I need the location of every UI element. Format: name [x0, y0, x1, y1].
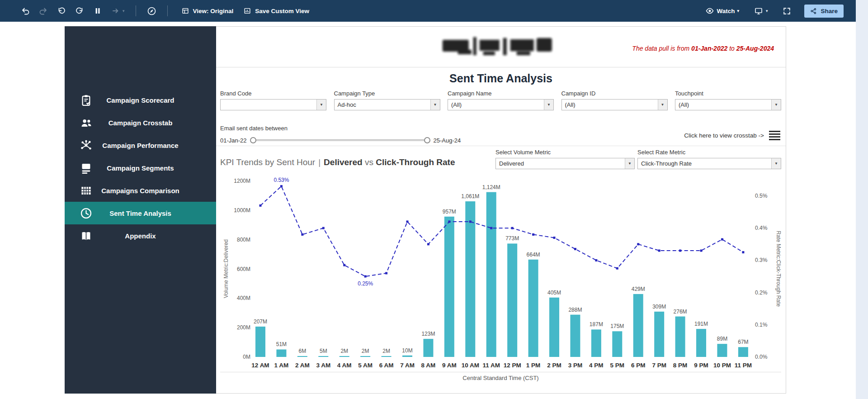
ctr-point[interactable] — [511, 227, 514, 229]
share-button[interactable]: Share — [804, 5, 844, 18]
delivered-bar[interactable] — [382, 356, 392, 357]
volume-metric-select[interactable]: Delivered ▼ — [495, 158, 635, 169]
ctr-point[interactable] — [595, 259, 597, 261]
ctr-point[interactable] — [553, 237, 556, 239]
delivered-bar[interactable] — [675, 317, 685, 357]
ctr-point[interactable] — [427, 243, 429, 245]
svg-text:10 PM: 10 PM — [713, 362, 731, 369]
revert-button[interactable] — [55, 5, 68, 17]
refresh-button[interactable] — [73, 5, 86, 17]
svg-text:187M: 187M — [590, 321, 603, 328]
delivered-bar[interactable] — [318, 356, 328, 357]
ctr-point[interactable] — [700, 250, 703, 252]
delivered-bar[interactable] — [340, 356, 349, 357]
ctr-point[interactable] — [322, 227, 325, 229]
delivered-bar[interactable] — [549, 298, 559, 357]
ctr-point[interactable] — [637, 243, 639, 245]
caret-down-icon[interactable]: ▼ — [625, 158, 634, 169]
delivered-bar[interactable] — [423, 339, 433, 357]
ctr-point[interactable] — [385, 272, 387, 274]
ctr-point[interactable] — [532, 233, 534, 236]
filter-dropdown[interactable]: (All)▼ — [675, 99, 781, 110]
scorecard-icon — [80, 94, 92, 106]
ctr-point[interactable] — [280, 185, 283, 187]
ctr-point[interactable] — [658, 250, 660, 252]
delivered-bar[interactable] — [444, 217, 454, 357]
filter-dropdown[interactable]: ▼ — [220, 99, 326, 110]
kpi-combo-chart[interactable]: 0M200M400M600M800M1000M1200MVolume Metri… — [216, 173, 786, 372]
grid-icon — [80, 185, 92, 197]
delivered-bar[interactable] — [717, 344, 727, 357]
sidebar-item-appendix[interactable]: Appendix — [65, 224, 216, 247]
delivered-bar[interactable] — [297, 356, 307, 357]
view-original-button[interactable]: View: Original — [181, 7, 234, 15]
delivered-bar[interactable] — [402, 356, 412, 357]
sidebar-item-campaign-segments[interactable]: Campaign Segments — [65, 157, 216, 179]
ctr-point[interactable] — [469, 220, 472, 223]
ctr-point[interactable] — [364, 276, 367, 278]
delivered-bar[interactable] — [528, 260, 538, 357]
caret-down-icon[interactable]: ▼ — [544, 100, 553, 110]
ctr-point[interactable] — [343, 264, 345, 266]
sidebar-item-campaigns-comparison[interactable]: Campaigns Comparison — [65, 179, 216, 202]
caret-down-icon[interactable]: ▼ — [771, 100, 781, 110]
delivered-bar[interactable] — [612, 331, 622, 357]
redo-button[interactable] — [37, 5, 50, 17]
forward-button[interactable]: ▾ — [109, 5, 127, 17]
ctr-point[interactable] — [490, 227, 492, 229]
slider-handle-end[interactable] — [424, 137, 430, 143]
sidebar-item-campaign-crosstab[interactable]: Campaign Crosstab — [65, 111, 216, 134]
delivered-bar[interactable] — [738, 347, 748, 357]
ctr-point[interactable] — [742, 251, 744, 253]
caret-down-icon[interactable]: ▼ — [771, 158, 781, 169]
ctr-point[interactable] — [301, 233, 303, 236]
delivered-bar[interactable] — [570, 315, 580, 357]
slider-track[interactable] — [252, 139, 429, 141]
undo-button[interactable] — [19, 5, 32, 17]
rate-metric-select[interactable]: Click-Through Rate ▼ — [637, 158, 781, 169]
filter-dropdown[interactable]: Ad-hoc▼ — [334, 99, 440, 110]
save-custom-view-button[interactable]: Save Custom View — [243, 7, 309, 15]
sidebar-item-sent-time-analysis[interactable]: Sent Time Analysis — [65, 202, 216, 224]
eye-icon — [705, 6, 714, 15]
ctr-point[interactable] — [259, 204, 262, 207]
delivered-bar[interactable] — [360, 356, 370, 357]
date-range-slider[interactable] — [251, 137, 429, 144]
watch-button[interactable]: Watch ▾ — [703, 5, 741, 17]
sidebar-item-campaign-scorecard[interactable]: Campaign Scorecard — [65, 89, 216, 111]
ctr-line[interactable] — [260, 186, 743, 276]
sidebar-item-campaign-performance[interactable]: Campaign Performance — [65, 134, 216, 157]
ctr-point[interactable] — [448, 220, 450, 223]
crosstab-menu-icon[interactable] — [769, 131, 780, 140]
filter-dropdown[interactable]: (All)▼ — [448, 99, 554, 110]
delivered-bar[interactable] — [633, 294, 643, 357]
caret-down-icon[interactable]: ▼ — [430, 100, 440, 110]
filter-dropdown[interactable]: (All)▼ — [561, 99, 668, 110]
delivered-bar[interactable] — [255, 327, 265, 357]
svg-text:175M: 175M — [610, 323, 624, 329]
delivered-bar[interactable] — [654, 312, 664, 357]
ctr-point[interactable] — [406, 220, 409, 223]
ctr-point[interactable] — [721, 238, 723, 241]
date-slider-line: 01-Jan-22 25-Aug-24 — [220, 137, 461, 144]
delivered-bar[interactable] — [591, 329, 601, 357]
data-guide-button[interactable] — [145, 5, 158, 18]
ctr-point[interactable] — [574, 248, 576, 250]
caret-down-icon[interactable]: ▼ — [658, 100, 667, 110]
delivered-bar[interactable] — [276, 349, 286, 357]
ctr-point[interactable] — [679, 250, 681, 252]
ctr-point[interactable] — [616, 267, 618, 270]
crosstab-link[interactable]: Click here to view crosstab -> — [684, 131, 780, 144]
delivered-bar[interactable] — [486, 192, 496, 357]
fullscreen-button[interactable] — [780, 5, 793, 18]
delivered-bar[interactable] — [507, 243, 517, 357]
svg-text:2 AM: 2 AM — [295, 362, 310, 369]
display-button[interactable]: ▾ — [752, 5, 770, 17]
delivered-bar[interactable] — [465, 201, 475, 357]
pause-button[interactable] — [91, 5, 104, 17]
caret-down-icon[interactable]: ▼ — [316, 100, 326, 110]
svg-text:207M: 207M — [254, 318, 267, 325]
svg-text:89M: 89M — [717, 336, 727, 342]
delivered-bar[interactable] — [696, 329, 706, 357]
slider-handle-start[interactable] — [250, 137, 256, 143]
